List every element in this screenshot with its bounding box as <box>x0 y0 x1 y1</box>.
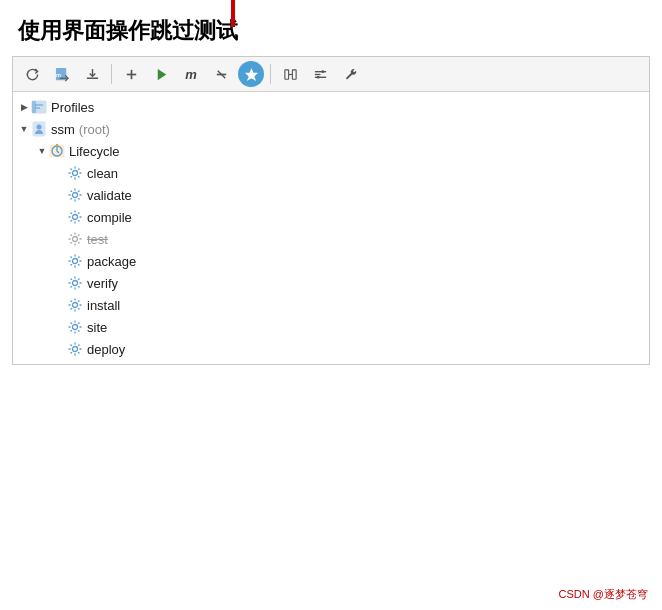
clean-gear-icon <box>67 165 83 181</box>
site-item[interactable]: site <box>13 316 649 338</box>
ssm-toggle <box>17 122 31 136</box>
lifecycle-label: Lifecycle <box>69 144 645 159</box>
svg-point-33 <box>73 347 78 352</box>
panel: m m <box>12 56 650 365</box>
svg-point-30 <box>73 281 78 286</box>
wrench-button[interactable] <box>337 61 363 87</box>
svg-point-32 <box>73 325 78 330</box>
toolbar: m m <box>13 57 649 92</box>
svg-point-16 <box>321 70 324 73</box>
maven-button[interactable]: m <box>178 61 204 87</box>
package-gear-icon <box>67 253 83 269</box>
site-label: site <box>87 320 645 335</box>
ssm-icon <box>31 121 47 137</box>
test-gear-icon <box>67 231 83 247</box>
toggle-skip-button[interactable] <box>238 61 264 87</box>
deploy-label: deploy <box>87 342 645 357</box>
clean-item[interactable]: clean <box>13 162 649 184</box>
svg-rect-11 <box>292 69 296 78</box>
svg-text:m: m <box>55 72 60 78</box>
lifecycle-toggle <box>35 144 49 158</box>
compile-item[interactable]: compile <box>13 206 649 228</box>
verify-gear-icon <box>67 275 83 291</box>
svg-point-26 <box>73 193 78 198</box>
svg-point-27 <box>73 215 78 220</box>
separator-1 <box>111 64 112 84</box>
page-title: 使用界面操作跳过测试 <box>0 0 662 56</box>
ssm-subtext: (root) <box>79 122 110 137</box>
import-profiles-button[interactable]: m <box>49 61 75 87</box>
verify-item[interactable]: verify <box>13 272 649 294</box>
download-button[interactable] <box>79 61 105 87</box>
svg-point-28 <box>73 237 78 242</box>
svg-rect-10 <box>284 69 288 78</box>
svg-point-25 <box>73 171 78 176</box>
svg-marker-9 <box>244 67 257 80</box>
validate-label: validate <box>87 188 645 203</box>
lifecycle-icon <box>49 143 65 159</box>
skip-test-button[interactable] <box>208 61 234 87</box>
verify-label: verify <box>87 276 645 291</box>
deploy-item[interactable]: deploy <box>13 338 649 360</box>
profiles-toggle <box>17 100 31 114</box>
compile-gear-icon <box>67 209 83 225</box>
clean-label: clean <box>87 166 645 181</box>
svg-point-31 <box>73 303 78 308</box>
profiles-item[interactable]: Profiles <box>13 96 649 118</box>
svg-point-24 <box>56 144 58 146</box>
separator-2 <box>270 64 271 84</box>
compile-label: compile <box>87 210 645 225</box>
test-label: test <box>87 232 645 247</box>
validate-item[interactable]: validate <box>13 184 649 206</box>
validate-gear-icon <box>67 187 83 203</box>
ssm-label: ssm <box>51 122 75 137</box>
profiles-label: Profiles <box>51 100 645 115</box>
svg-point-29 <box>73 259 78 264</box>
package-item[interactable]: package <box>13 250 649 272</box>
svg-marker-5 <box>157 68 165 79</box>
site-gear-icon <box>67 319 83 335</box>
run-button[interactable] <box>148 61 174 87</box>
lifecycle-item[interactable]: Lifecycle <box>13 140 649 162</box>
columns-button[interactable] <box>277 61 303 87</box>
ssm-item[interactable]: ssm (root) <box>13 118 649 140</box>
settings2-button[interactable] <box>307 61 333 87</box>
maven-tree: Profiles ssm (root) <box>13 92 649 364</box>
add-button[interactable] <box>118 61 144 87</box>
test-item[interactable]: test <box>13 228 649 250</box>
svg-point-17 <box>316 75 319 78</box>
package-label: package <box>87 254 645 269</box>
refresh-button[interactable] <box>19 61 45 87</box>
install-gear-icon <box>67 297 83 313</box>
profiles-icon <box>31 99 47 115</box>
install-label: install <box>87 298 645 313</box>
svg-point-21 <box>37 125 42 130</box>
watermark: CSDN @逐梦苍穹 <box>559 587 648 602</box>
install-item[interactable]: install <box>13 294 649 316</box>
deploy-gear-icon <box>67 341 83 357</box>
svg-rect-19 <box>32 101 36 113</box>
